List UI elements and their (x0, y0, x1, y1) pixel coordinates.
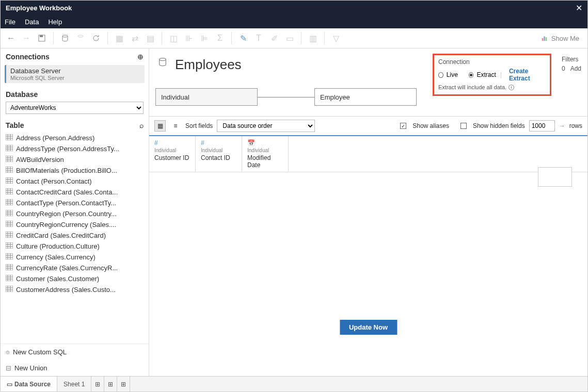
new-dashboard-icon[interactable]: ⊞ (104, 377, 117, 391)
table-item[interactable]: Culture (Production.Culture) (6, 241, 144, 252)
add-connection-icon[interactable]: ⊕ (137, 53, 144, 61)
table-icon (6, 286, 13, 293)
info-icon[interactable]: i (508, 85, 514, 90)
rows-input[interactable] (529, 120, 555, 132)
table-icon (6, 199, 13, 207)
table-item[interactable]: CountryRegionCurrency (Sales.... (6, 219, 144, 230)
show-aliases-checkbox[interactable] (400, 123, 406, 129)
window-title: Employee Workbook (6, 4, 72, 12)
table-item[interactable]: BillOfMaterials (Production.BillO... (6, 165, 144, 176)
sql-icon: ⌾ (6, 348, 10, 356)
table-item[interactable]: AddressType (Person.AddressTy... (6, 143, 144, 154)
join-line (258, 97, 314, 97)
table-item[interactable]: Customer (Sales.Customer) (6, 273, 144, 284)
group-icon: ◫ (166, 31, 181, 45)
menu-file[interactable]: File (5, 18, 15, 26)
svg-rect-52 (6, 232, 13, 238)
table-icon (6, 177, 13, 185)
new-story-icon[interactable]: ⊞ (117, 377, 130, 391)
new-custom-sql[interactable]: ⌾ New Custom SQL (1, 344, 149, 360)
table-item[interactable]: CountryRegion (Person.Country... (6, 208, 144, 219)
save-icon[interactable] (35, 31, 49, 45)
show-me-button[interactable]: Show Me (541, 35, 584, 42)
connection-item[interactable]: Database Server Microsoft SQL Server (5, 65, 145, 83)
table-icon (6, 232, 13, 239)
new-data-icon[interactable] (58, 31, 72, 45)
connections-header: Connections (6, 53, 50, 61)
live-radio[interactable] (438, 72, 443, 78)
svg-point-3 (78, 35, 83, 37)
canvas: Employees Connection Live Extract | Crea… (149, 48, 587, 376)
worksheet-icon: ▦ (112, 31, 126, 45)
pause-icon (73, 31, 88, 45)
table-icon (6, 156, 13, 164)
list-view-icon[interactable]: ≡ (170, 120, 181, 132)
new-union[interactable]: ⊟ New Union (1, 360, 149, 376)
table-item[interactable]: Contact (Person.Contact) (6, 176, 144, 187)
column-header[interactable]: 📅IndividualModified Date (242, 136, 289, 172)
text-icon: T (251, 31, 266, 45)
table-icon (6, 253, 13, 261)
extract-radio[interactable] (469, 72, 474, 78)
join-table-employee[interactable]: Employee (314, 88, 417, 106)
svg-rect-57 (6, 242, 13, 249)
column-header[interactable]: #IndividualContact ID (196, 136, 242, 172)
table-item[interactable]: Currency (Sales.Currency) (6, 252, 144, 263)
table-header: Table (6, 121, 24, 129)
new-worksheet-icon[interactable]: ⊞ (91, 377, 104, 391)
highlight-icon[interactable]: ✎ (236, 31, 250, 45)
titlebar: Employee Workbook ✕ (1, 1, 587, 15)
join-table-individual[interactable]: Individual (155, 88, 258, 106)
table-item[interactable]: ContactType (Person.ContactTy... (6, 198, 144, 208)
menu-data[interactable]: Data (25, 18, 39, 26)
show-hidden-checkbox[interactable] (460, 123, 467, 129)
svg-point-2 (62, 35, 68, 37)
refresh-icon[interactable] (89, 31, 103, 45)
table-item[interactable]: AWBuildVersion (6, 154, 144, 165)
bottom-tabs: ▭ Data Source Sheet 1 ⊞ ⊞ ⊞ (1, 376, 587, 391)
tab-sheet1[interactable]: Sheet 1 (57, 377, 91, 391)
table-item[interactable]: CreditCard (Sales.CreditCard) (6, 230, 144, 241)
sort-d-icon: ⊫ (197, 31, 212, 45)
table-icon (6, 167, 13, 174)
table-list: Address (Person.Address)AddressType (Per… (1, 133, 149, 344)
datasource-title[interactable]: Employees (175, 57, 242, 73)
tab-data-source[interactable]: ▭ Data Source (1, 377, 57, 391)
union-icon: ⊟ (6, 364, 11, 372)
svg-rect-32 (6, 188, 13, 194)
table-icon (6, 145, 13, 153)
table-item[interactable]: Address (Person.Address) (6, 133, 144, 143)
table-item[interactable]: CustomerAddress (Sales.Custo... (6, 284, 144, 295)
svg-rect-17 (6, 156, 13, 162)
column-header[interactable]: #IndividualCustomer ID (149, 136, 196, 172)
svg-rect-22 (6, 167, 13, 173)
create-extract-link[interactable]: Create Extract (509, 68, 546, 82)
add-filter-link[interactable]: Add (570, 65, 581, 72)
close-icon[interactable]: ✕ (576, 3, 582, 13)
svg-rect-37 (6, 199, 13, 205)
table-icon (6, 275, 13, 283)
table-icon (6, 242, 13, 250)
table-icon (6, 221, 13, 228)
column-headers: #IndividualCustomer ID#IndividualContact… (149, 135, 587, 172)
search-table-icon[interactable]: ⌕ (139, 121, 144, 129)
table-item[interactable]: CurrencyRate (Sales.CurrencyR... (6, 263, 144, 273)
svg-rect-67 (6, 264, 13, 270)
svg-rect-77 (6, 286, 13, 292)
update-now-button[interactable]: Update Now (340, 320, 397, 335)
grid-view-icon[interactable]: ▦ (154, 120, 166, 132)
sidebar: Connections ⊕ Database Server Microsoft … (1, 48, 149, 376)
empty-box (538, 167, 572, 187)
menu-help[interactable]: Help (48, 18, 62, 26)
database-select[interactable]: AdventureWorks (6, 102, 144, 114)
svg-point-82 (160, 58, 166, 61)
svg-rect-42 (6, 210, 13, 216)
svg-rect-47 (6, 221, 13, 227)
svg-rect-5 (544, 37, 545, 41)
sort-fields-select[interactable]: Data source order (217, 120, 315, 132)
forward-icon: → (19, 31, 34, 45)
table-icon (6, 264, 13, 272)
back-icon[interactable]: ← (4, 31, 18, 45)
datasource-tab-icon: ▭ (7, 381, 12, 388)
table-item[interactable]: ContactCreditCard (Sales.Conta... (6, 187, 144, 198)
